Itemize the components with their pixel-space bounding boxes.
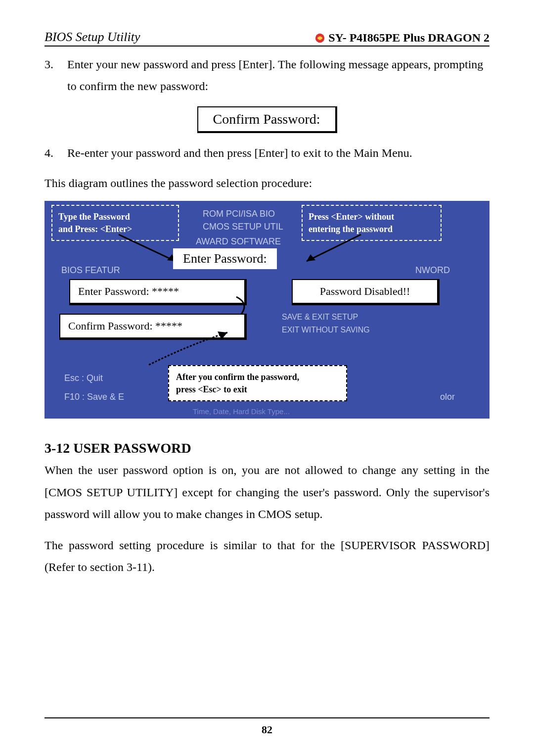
color-label: olor — [440, 392, 455, 402]
bios-features-label: BIOS FEATUR — [61, 265, 120, 276]
enter-password-box: Enter Password: ***** — [69, 279, 247, 305]
award-label: AWARD SOFTWARE — [196, 236, 281, 247]
step-3: 3. Enter your new password and press [En… — [44, 53, 490, 97]
step-3-number: 3. — [44, 53, 54, 97]
step-4-number: 4. — [44, 142, 54, 164]
rom-label: ROM PCI/ISA BIO — [203, 209, 275, 219]
cmos-label: CMOS SETUP UTIL — [203, 222, 283, 232]
page-number: 82 — [44, 717, 490, 736]
confirm-password-box: Confirm Password: — [197, 106, 337, 133]
header-left: BIOS Setup Utility — [44, 30, 140, 45]
f10-save-label: F10 : Save & E — [64, 392, 124, 402]
esc-quit-label: Esc : Quit — [64, 373, 103, 383]
after-confirm-callout: After you confirm the password, press <E… — [168, 365, 347, 401]
nword-label: NWORD — [415, 265, 450, 276]
time-date-label: Time, Date, Hard Disk Type... — [193, 407, 290, 416]
diagram-intro: This diagram outlines the password selec… — [44, 173, 490, 194]
header-right: SY- P4I865PE Plus DRAGON 2 — [314, 31, 490, 45]
section-heading: 3-12 USER PASSWORD — [44, 440, 490, 456]
header-right-text: SY- P4I865PE Plus DRAGON 2 — [328, 31, 490, 45]
section-paragraph-2: The password setting procedure is simila… — [44, 534, 490, 578]
step-4: 4. Re-enter your password and then press… — [44, 142, 490, 164]
svg-marker-2 — [307, 254, 315, 261]
soyo-logo-icon — [314, 33, 325, 44]
exit-without-saving-label: EXIT WITHOUT SAVING — [282, 326, 370, 334]
password-diagram: ROM PCI/ISA BIO CMOS SETUP UTIL AWARD SO… — [44, 201, 490, 419]
enter-password-header: Enter Password: — [173, 248, 277, 269]
page-header: BIOS Setup Utility SY- P4I865PE Plus DRA… — [44, 30, 490, 47]
step-3-text: Enter your new password and press [Enter… — [67, 53, 490, 97]
press-enter-callout: Press <Enter> without entering the passw… — [302, 205, 442, 241]
section-paragraph-1: When the user password option is on, you… — [44, 459, 490, 525]
save-exit-label: SAVE & EXIT SETUP — [282, 313, 358, 322]
step-4-text: Re-enter your password and then press [E… — [67, 142, 490, 164]
confirm-password-box-diagram: Confirm Password: ***** — [59, 314, 247, 340]
password-disabled-box: Password Disabled!! — [292, 279, 440, 305]
type-password-callout: Type the Password and Press: <Enter> — [51, 205, 179, 241]
